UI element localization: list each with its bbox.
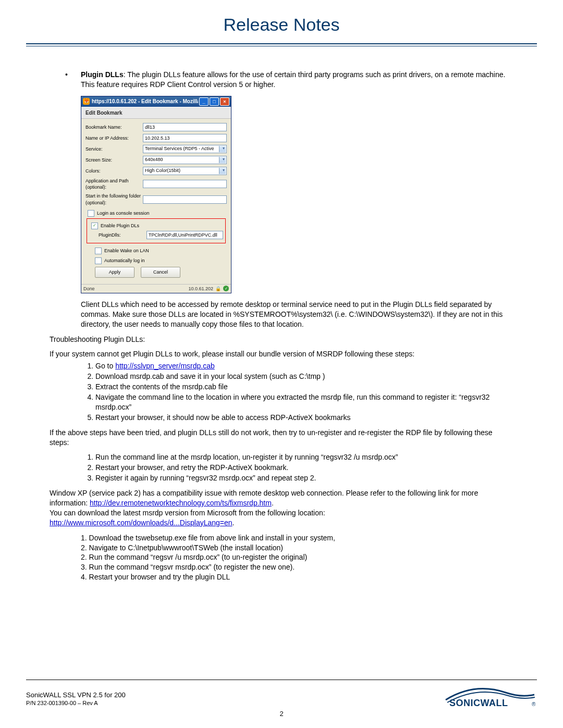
console-session-checkbox[interactable] (88, 210, 94, 217)
screen-size-label: Screen Size: (85, 157, 143, 163)
enable-plugin-checkbox[interactable]: ✓ (91, 223, 98, 229)
fixmsrdp-link[interactable]: http://dev.remotenetworktechnology.com/t… (90, 499, 272, 507)
bookmark-name-label: Bookmark Name: (85, 124, 143, 130)
lock-icon: 🔒 (215, 286, 221, 292)
wake-on-lan-label: Enable Wake on LAN (104, 248, 149, 254)
svg-text:SONICWALL: SONICWALL (449, 698, 508, 707)
xp-compat-post: . (272, 499, 274, 507)
window-maximize-icon[interactable]: □ (210, 97, 219, 106)
page-footer: SonicWALL SSL VPN 2.5 for 200 P/N 232-00… (26, 680, 537, 707)
firefox-icon: 🦊 (83, 98, 90, 105)
svg-text:®: ® (532, 701, 536, 707)
checkmark-icon: ✓ (223, 286, 229, 291)
sonicwall-logo: SONICWALL ® (443, 683, 537, 707)
client-dlls-paragraph: Client DLLs which need to be accessed by… (50, 300, 513, 329)
steps1-item-3: Extract the contents of the msrdp.cab fi… (95, 382, 513, 392)
dialog-section-header: Edit Bookmark (81, 107, 231, 119)
auto-login-label: Automatically log in (104, 257, 145, 264)
footer-product-line: SonicWALL SSL VPN 2.5 for 200 (26, 690, 126, 700)
plugin-dlls-text: : The plugin DLLs feature allows for the… (81, 70, 505, 89)
steps3-item-2: 2. Navigate to C:\Inetpub\wwwroot\TSWeb … (81, 543, 513, 553)
console-session-label: Login as console session (97, 210, 150, 216)
dialog-titlebar: 🦊 https://10.0.61.202 - Edit Bookmark - … (81, 96, 231, 107)
steps2-item-1: Run the command line at the msrdp locati… (95, 452, 513, 462)
cancel-button[interactable]: Cancel (141, 267, 180, 278)
troubleshooting-heading: Troubleshooting Plugin DLLs: (50, 335, 513, 344)
auto-login-checkbox[interactable] (95, 257, 102, 264)
apply-button[interactable]: Apply (95, 267, 134, 278)
screen-size-select[interactable]: 640x480 (143, 156, 227, 164)
xp-compat-paragraph: Window XP (service pack 2) has a compati… (50, 488, 513, 528)
steps3-block: 1. Download the tswebsetup.exe file from… (50, 533, 513, 582)
ip-address-label: Name or IP Address: (85, 135, 143, 141)
steps3-item-5: 4. Restart your browser and try the plug… (81, 572, 513, 582)
microsoft-download-link[interactable]: http://www.microsoft.com/downloads/d...D… (50, 519, 232, 527)
page-number: 2 (279, 709, 283, 719)
steps3-item-1: 1. Download the tswebsetup.exe file from… (81, 533, 513, 543)
plugin-dlls-label: Plugin DLLs (81, 70, 124, 79)
page-title: Release Notes (26, 0, 537, 43)
steps3-item-4: 3. Run the command “regsvr msrdp.ocx” (t… (81, 562, 513, 572)
plugin-dlls-label-inner: PluginDlls: (99, 232, 146, 238)
ms-download-post: . (232, 519, 235, 527)
plugin-dlls-bullet: Plugin DLLs: The plugin DLLs feature all… (50, 70, 513, 90)
dialog-title: https://10.0.61.202 - Edit Bookmark - Mo… (92, 98, 198, 105)
troubleshooting-intro: If your system cannot get Plugin DLLs to… (50, 349, 513, 359)
msrdp-cab-link[interactable]: http://sslvpn_server/msrdp.cab (115, 362, 215, 370)
plugin-highlight-box: ✓Enable Plugin DLs PluginDlls:TPClnRDP.d… (87, 218, 226, 243)
window-close-icon[interactable]: × (220, 97, 229, 106)
enable-plugin-label: Enable Plugin DLs (101, 223, 139, 229)
status-ip-text: 10.0.61.202 (188, 286, 213, 292)
ms-download-intro: You can download the latest msrdp versio… (50, 509, 325, 517)
steps1-item-1: Go to http://sslvpn_server/msrdp.cab (95, 361, 513, 371)
colors-label: Colors: (85, 168, 143, 174)
service-select[interactable]: Terminal Services (RDP5 - Active (143, 145, 227, 153)
footer-partnumber: P/N 232-001390-00 – Rev A (26, 699, 126, 707)
window-minimize-icon[interactable]: _ (199, 97, 209, 106)
steps1-1-pre: Go to (95, 362, 115, 370)
colors-select[interactable]: High Color(15bit) (143, 167, 227, 175)
application-path-label: Application and Path (optional): (85, 178, 143, 190)
edit-bookmark-dialog: 🦊 https://10.0.61.202 - Edit Bookmark - … (81, 96, 231, 293)
header-rule (26, 43, 537, 46)
steps1-item-2: Download msrdp.cab and save it in your l… (95, 372, 513, 381)
application-path-input[interactable] (143, 180, 227, 188)
bookmark-name-input[interactable]: dll13 (143, 123, 227, 131)
steps2-item-3: Register it again by running “regsvr32 m… (95, 473, 513, 483)
plugin-dlls-input[interactable]: TPClnRDP.dll,UniPrintRDPVC.dll (146, 231, 223, 239)
wake-on-lan-checkbox[interactable] (95, 248, 102, 254)
ip-address-input[interactable]: 10.202.5.13 (143, 134, 227, 142)
status-done-text: Done (83, 286, 95, 292)
reregister-intro: If the above steps have been tried, and … (50, 428, 513, 448)
steps1-item-4: Navigate the command line to the locatio… (95, 392, 513, 412)
start-folder-input[interactable] (143, 195, 227, 204)
steps3-item-3: 2. Run the command “regsvr /u msrdp.ocx”… (81, 552, 513, 562)
start-folder-label: Start in the following folder (optional)… (85, 193, 143, 205)
service-label: Service: (85, 146, 143, 152)
steps2-item-2: Restart your browser, and retry the RDP-… (95, 463, 513, 473)
steps1-item-5: Restart your browser, it should now be a… (95, 413, 513, 423)
